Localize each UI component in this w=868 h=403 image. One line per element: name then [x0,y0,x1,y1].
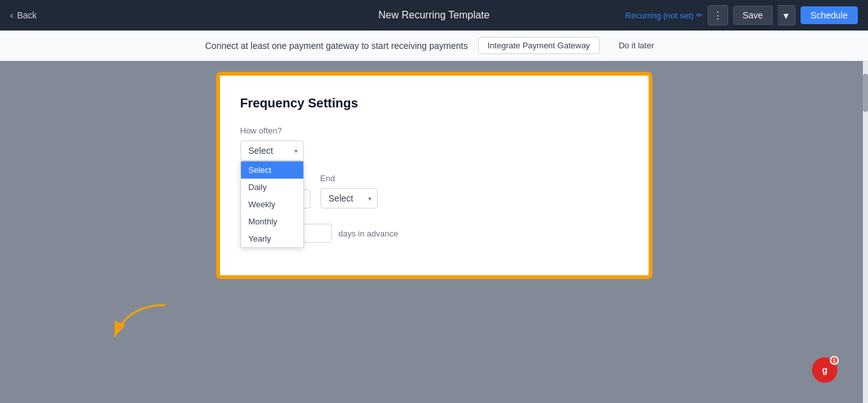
dots-icon: ⋮ [713,10,723,22]
dropdown-arrow-icon: ▾ [783,10,789,22]
back-chevron-icon: ‹ [10,10,13,20]
dropdown-item-weekly[interactable]: Weekly [241,196,303,213]
back-button[interactable]: ‹ Back [10,10,37,20]
main-content: Recurring Template demo. Account +194955… [0,61,868,403]
dropdown-item-daily[interactable]: Daily [241,179,303,196]
page-title: New Recurring Template [378,10,490,21]
back-label: Back [17,10,37,20]
avatar-initial: g [822,365,828,375]
schedule-button[interactable]: Schedule [801,6,858,24]
recurring-status[interactable]: Recurring (not set) ✏ [625,11,703,20]
scrollbar[interactable] [863,61,868,403]
notification-count: 1 [832,357,836,364]
pencil-icon: ✏ [696,11,703,20]
save-dropdown-button[interactable]: ▾ [778,5,796,25]
notification-badge: 1 [830,356,839,365]
days-advance-label: days in advance [338,229,398,238]
dropdown-item-select[interactable]: Select [241,161,303,179]
nav-actions: Recurring (not set) ✏ ⋮ Save ▾ Schedule [625,5,858,25]
frequency-select[interactable]: Select Daily Weekly Monthly Yearly [240,140,304,161]
frequency-dropdown-list: Select Daily Weekly Monthly Yearly [240,161,304,248]
more-options-button[interactable]: ⋮ [708,5,728,25]
how-often-label: How often? [240,126,628,135]
payment-banner: Connect at least one payment gateway to … [0,31,868,61]
banner-message: Connect at least one payment gateway to … [205,41,467,51]
end-select[interactable]: Select [320,188,378,208]
dropdown-item-monthly[interactable]: Monthly [241,213,303,230]
end-label: End [320,174,378,183]
modal-title: Frequency Settings [240,96,628,111]
frequency-select-wrapper[interactable]: Select Daily Weekly Monthly Yearly ▾ Sel… [240,140,304,161]
dropdown-item-yearly[interactable]: Yearly [241,230,303,247]
top-navigation: ‹ Back New Recurring Template Recurring … [0,0,868,31]
avatar[interactable]: g 1 [812,357,837,383]
recurring-status-text: Recurring (not set) [625,11,694,20]
arrow-annotation [102,299,178,352]
save-button[interactable]: Save [733,6,773,25]
arrow-svg [102,299,178,350]
end-group: End Select ▾ [320,174,378,208]
integrate-gateway-button[interactable]: Integrate Payment Gateway [478,37,600,54]
scrollbar-thumb [863,74,868,112]
end-select-wrapper[interactable]: Select ▾ [320,188,378,208]
frequency-settings-modal: Frequency Settings How often? Select Dai… [218,74,651,277]
do-later-button[interactable]: Do it later [610,38,663,53]
